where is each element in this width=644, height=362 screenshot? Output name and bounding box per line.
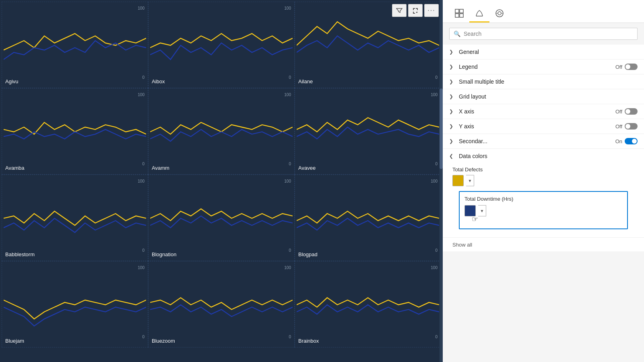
chart-label-agivu: Agivu [5,78,19,84]
section-y-axis[interactable]: ❯ Y axis Off [443,119,644,134]
grid-layout-label: Grid layout [459,93,638,100]
scrollbar-thumb[interactable] [440,88,443,169]
chart-label-avavee: Avavee [298,165,316,171]
legend-label: Legend [459,64,612,70]
chart-grid: 100 0 Agivu 100 0 Aibox 100 0 [0,0,443,362]
chart-cell-agivu: 100 0 Agivu [2,2,148,88]
cursor-hand-icon: ☞ [472,215,478,224]
total-downtime-color-dropdown[interactable]: ▼ [478,205,486,216]
chart-label-blogpad: Blogpad [298,251,318,257]
total-defects-swatch[interactable] [452,175,464,186]
total-downtime-box: Total Downtime (Hrs) ▼ ☞ [459,191,628,229]
show-all-button[interactable]: Show all [452,242,472,248]
svg-rect-3 [460,14,463,17]
legend-toggle-track[interactable] [625,64,638,70]
data-colors-header[interactable]: ❮ Data colors [443,149,644,163]
chevron-grid-icon: ❯ [449,94,456,99]
data-colors-label: Data colors [459,153,638,159]
chevron-small-mult-icon: ❯ [449,79,456,84]
total-defects-color-dropdown[interactable]: ▼ [466,175,474,186]
svg-rect-1 [460,9,463,13]
section-x-axis[interactable]: ❯ X axis Off [443,104,644,119]
tab-format[interactable] [469,5,489,23]
chart-cell-aibox: 100 0 Aibox [148,2,295,88]
y-axis-label: Y axis [459,123,612,130]
x-axis-toggle[interactable]: Off [615,108,638,115]
chevron-y-axis-icon: ❯ [449,123,456,129]
y-axis-toggle[interactable]: Off [615,123,638,130]
chart-label-ailane: Ailane [298,78,313,84]
y-axis-labels: 100 0 [138,6,144,80]
right-panel: 🔍 ❯ General ❯ Legend Off ❯ Small multipl… [443,0,644,362]
chart-label-avamm: Avamm [152,165,169,171]
chart-label-avamba: Avamba [5,165,24,171]
chevron-x-axis-icon: ❯ [449,109,456,114]
secondary-axis-label: Secondar... [459,138,612,144]
chart-label-bluejam: Bluejam [5,338,24,344]
tab-analytics[interactable] [489,5,510,23]
chevron-data-colors-icon: ❮ [449,153,456,159]
legend-toggle[interactable]: Off [615,64,638,70]
total-downtime-label: Total Downtime (Hrs) [464,196,622,202]
search-icon: 🔍 [454,31,460,37]
x-axis-label: X axis [459,108,612,115]
secondary-axis-toggle[interactable]: On [615,138,638,144]
section-data-colors: ❮ Data colors Total Defects ▼ Total Down… [443,149,644,238]
section-small-multiple-title[interactable]: ❯ Small multiple title [443,74,644,89]
more-options-button[interactable]: ··· [424,4,439,17]
general-label: General [459,49,638,55]
total-downtime-swatch[interactable] [464,205,476,216]
chart-cell-brainbox: 100 0 Brainbox [295,261,441,348]
chart-panel: ··· 100 0 Agivu 100 0 [0,0,443,362]
chart-cell-bluejam: 100 0 Bluejam [2,261,148,348]
total-defects-label: Total Defects [452,167,634,173]
panel-header [443,0,644,23]
total-defects-color-picker[interactable]: ▼ [452,175,634,186]
chart-cell-avamba: 100 0 Avamba [2,88,148,175]
total-downtime-color-picker[interactable]: ▼ [464,205,622,216]
chart-cell-blogpad: 100 0 Blogpad [295,175,441,261]
secondary-axis-toggle-track[interactable] [625,138,638,144]
search-box[interactable]: 🔍 [449,28,638,40]
svg-rect-2 [455,14,459,17]
chart-cell-avamm: 100 0 Avamm [148,88,295,175]
search-input[interactable] [464,31,633,37]
section-legend[interactable]: ❯ Legend Off [443,60,644,74]
svg-rect-0 [455,9,459,13]
chart-toolbar: ··· [392,4,439,17]
color-row-total-defects: Total Defects ▼ [452,167,634,186]
chart-label-aibox: Aibox [152,78,165,84]
show-all-row: Show all [443,238,644,251]
chart-scrollbar[interactable] [440,0,443,362]
chevron-general-icon: ❯ [449,49,456,55]
x-axis-toggle-track[interactable] [625,108,638,115]
chart-cell-blognation: 100 0 Blognation [148,175,295,261]
chevron-secondary-icon: ❯ [449,138,456,144]
tab-table[interactable] [449,5,469,23]
chart-label-brainbox: Brainbox [298,338,319,344]
filter-button[interactable] [392,4,407,17]
svg-point-6 [498,12,501,15]
y-axis-labels-3: 100 0 [431,6,438,80]
section-secondary-axis[interactable]: ❯ Secondar... On [443,134,644,149]
small-mult-label: Small multiple title [459,78,638,85]
chart-label-blognation: Blognation [152,251,176,257]
y-axis-labels-2: 100 0 [284,6,291,80]
chevron-legend-icon: ❯ [449,64,456,70]
chart-label-bluezoom: Bluezoom [152,338,175,344]
chart-cell-babblestorm: 100 0 Babblestorm [2,175,148,261]
data-colors-content: Total Defects ▼ Total Downtime (Hrs) ▼ ☞ [443,163,644,237]
chart-label-babblestorm: Babblestorm [5,251,35,257]
y-axis-toggle-track[interactable] [625,123,638,130]
section-grid-layout[interactable]: ❯ Grid layout [443,89,644,104]
chart-cell-bluezoom: 100 0 Bluezoom [148,261,295,348]
expand-button[interactable] [408,4,423,17]
section-general[interactable]: ❯ General [443,45,644,60]
chart-cell-avavee: 100 0 Avavee [295,88,441,175]
